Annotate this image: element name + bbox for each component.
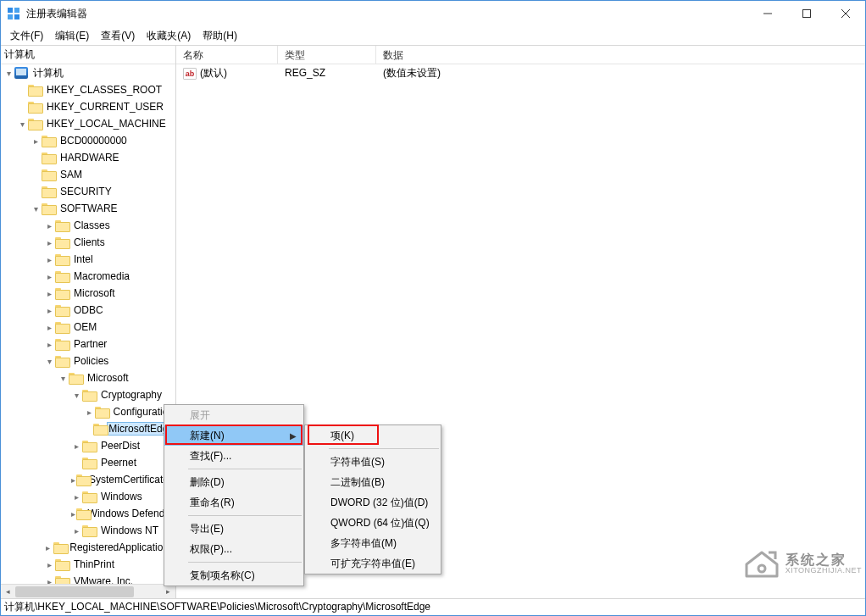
collapse-icon[interactable]: ▾	[70, 391, 82, 400]
tree-item[interactable]: ▸ThinPrint	[1, 556, 175, 573]
expand-icon[interactable]: ▸	[43, 306, 55, 315]
context-menu-item[interactable]: 删除(D)	[164, 472, 303, 492]
expand-icon[interactable]: ▸	[43, 340, 55, 349]
minimize-icon	[763, 9, 772, 18]
folder-icon	[55, 575, 69, 584]
tree-item[interactable]: ▸OEM	[1, 319, 175, 336]
tree-item[interactable]: ▾SOFTWARE	[1, 200, 175, 217]
collapse-icon[interactable]: ▾	[43, 357, 55, 366]
expand-icon[interactable]: ▸	[43, 238, 55, 247]
tree-item[interactable]: Peernet	[1, 454, 175, 471]
expand-icon[interactable]: ▸	[43, 221, 55, 230]
context-menu-item[interactable]: 新建(N)▶	[164, 425, 303, 446]
tree-item-label: Windows	[99, 491, 144, 502]
tree-item[interactable]: HKEY_CLASSES_ROOT	[1, 81, 175, 98]
tree-item[interactable]: ▸Microsoft	[1, 285, 175, 302]
tree-item[interactable]: ▸PeerDist	[1, 437, 175, 454]
tree-item[interactable]: ▸VMware, Inc.	[1, 573, 175, 584]
expand-icon[interactable]: ▸	[84, 408, 95, 417]
scroll-left-button[interactable]: ◂	[1, 585, 15, 599]
tree-item[interactable]: ▸Clients	[1, 234, 175, 251]
tree-item[interactable]: ▸Classes	[1, 217, 175, 234]
context-menu-item[interactable]: 重命名(R)	[164, 492, 303, 513]
tree-h-scrollbar[interactable]: ◂ ▸	[1, 584, 175, 598]
menu-item[interactable]: 查看(V)	[95, 27, 141, 45]
expand-icon[interactable]: ▸	[43, 577, 55, 585]
context-menu-item[interactable]: 多字符串值(M)	[305, 533, 441, 553]
context-menu-item[interactable]: 导出(E)	[164, 519, 303, 539]
tree-item[interactable]: ▸Intel	[1, 251, 175, 268]
context-menu-item[interactable]: 二进制值(B)	[305, 472, 441, 492]
tree-item[interactable]: ▸Windows	[1, 488, 175, 505]
list-body[interactable]: ab(默认)REG_SZ(数值未设置)	[176, 64, 865, 81]
expand-icon[interactable]: ▸	[70, 475, 76, 485]
tree-body[interactable]: ▾计算机HKEY_CLASSES_ROOTHKEY_CURRENT_USER▾H…	[1, 64, 175, 584]
tree-item[interactable]: ▸Configuration	[1, 403, 175, 420]
expand-icon[interactable]: ▸	[70, 526, 82, 536]
string-value-icon: ab	[183, 68, 197, 80]
tree-item[interactable]: HKEY_CURRENT_USER	[1, 98, 175, 115]
context-submenu-new[interactable]: 项(K)字符串值(S)二进制值(B)DWORD (32 位)值(D)QWORD …	[304, 425, 441, 574]
tree-item[interactable]: ▾Cryptography	[1, 386, 175, 403]
tree-item[interactable]: ▾Policies	[1, 352, 175, 369]
collapse-icon[interactable]: ▾	[57, 374, 69, 383]
folder-icon	[82, 440, 96, 452]
tree-item[interactable]: ▸SystemCertificates	[1, 471, 175, 488]
context-menu-item[interactable]: 复制项名称(C)	[164, 565, 303, 585]
tree-item[interactable]: ▸Partner	[1, 336, 175, 352]
folder-icon	[53, 541, 64, 553]
tree-item[interactable]: SAM	[1, 166, 175, 183]
maximize-button[interactable]	[787, 1, 826, 26]
expand-icon[interactable]: ▸	[70, 509, 76, 519]
tree-item[interactable]: ▾Microsoft	[1, 369, 175, 386]
tree-item[interactable]: ▾计算机	[1, 64, 175, 81]
tree-item[interactable]: ▸Macromedia	[1, 268, 175, 285]
tree-item[interactable]: ▸RegisteredApplications	[1, 539, 175, 556]
list-header[interactable]: 名称类型数据	[176, 46, 865, 64]
expand-icon[interactable]: ▸	[43, 560, 55, 569]
menu-item[interactable]: 帮助(H)	[197, 27, 243, 45]
expand-icon[interactable]: ▸	[43, 255, 55, 264]
column-header[interactable]: 名称	[176, 46, 278, 64]
menu-separator	[188, 515, 302, 516]
collapse-icon[interactable]: ▾	[30, 204, 42, 214]
context-menu-item[interactable]: 权限(P)...	[164, 539, 303, 559]
tree-item-label: Macromedia	[72, 270, 131, 282]
list-row[interactable]: ab(默认)REG_SZ(数值未设置)	[176, 64, 865, 81]
expand-icon[interactable]: ▸	[70, 492, 82, 502]
collapse-icon[interactable]: ▾	[3, 69, 14, 78]
tree-item[interactable]: ▾HKEY_LOCAL_MACHINE	[1, 115, 175, 132]
expand-icon[interactable]: ▸	[30, 136, 42, 146]
titlebar: 注册表编辑器	[1, 1, 865, 26]
tree-item[interactable]: SECURITY	[1, 183, 175, 200]
context-menu[interactable]: 展开新建(N)▶查找(F)...删除(D)重命名(R)导出(E)权限(P)...…	[164, 404, 304, 586]
menu-item[interactable]: 编辑(E)	[49, 27, 95, 45]
expand-icon[interactable]: ▸	[43, 272, 55, 281]
expand-icon[interactable]: ▸	[43, 543, 53, 552]
minimize-button[interactable]	[748, 1, 787, 26]
scroll-thumb[interactable]	[15, 586, 134, 597]
tree-item-label: Intel	[72, 253, 95, 265]
collapse-icon[interactable]: ▾	[16, 119, 28, 129]
menu-item[interactable]: 文件(F)	[4, 27, 49, 45]
expand-icon[interactable]: ▸	[43, 289, 55, 298]
scroll-track[interactable]	[15, 585, 161, 599]
expand-icon[interactable]: ▸	[43, 323, 55, 332]
tree-item[interactable]: ▸Windows Defender	[1, 505, 175, 522]
context-menu-item[interactable]: 项(K)	[305, 425, 441, 446]
tree-item[interactable]: HARDWARE	[1, 149, 175, 166]
tree-item[interactable]: MicrosoftEdge	[1, 420, 175, 437]
context-menu-item[interactable]: 可扩充字符串值(E)	[305, 553, 441, 574]
context-menu-item[interactable]: 字符串值(S)	[305, 452, 441, 472]
context-menu-item[interactable]: QWORD (64 位)值(Q)	[305, 513, 441, 533]
tree-item[interactable]: ▸Windows NT	[1, 522, 175, 539]
context-menu-item[interactable]: 查找(F)...	[164, 446, 303, 466]
context-menu-item[interactable]: DWORD (32 位)值(D)	[305, 492, 441, 513]
menu-item[interactable]: 收藏夹(A)	[141, 27, 197, 45]
column-header[interactable]: 数据	[376, 46, 834, 64]
tree-item[interactable]: ▸ODBC	[1, 302, 175, 319]
close-button[interactable]	[826, 1, 865, 26]
tree-item[interactable]: ▸BCD00000000	[1, 132, 175, 149]
column-header[interactable]: 类型	[278, 46, 376, 64]
expand-icon[interactable]: ▸	[70, 441, 82, 451]
